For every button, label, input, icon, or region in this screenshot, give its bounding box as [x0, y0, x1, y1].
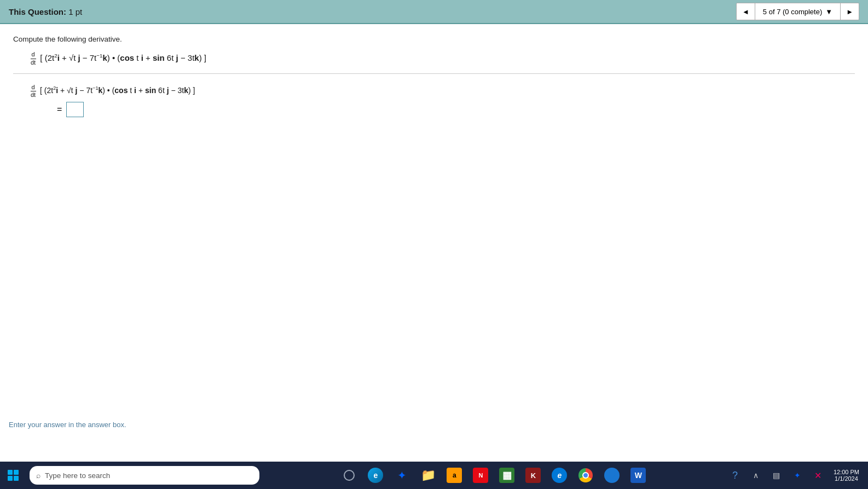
question-info: This Question: 1 pt [9, 7, 82, 16]
bottom-hint: Enter your answer in the answer box. [9, 421, 126, 429]
fraction-answer: d dt [30, 84, 37, 99]
math-display-question: d dt [ (2t2i + √t j − 7t−1k) • (cos t i … [30, 49, 855, 67]
header-bar: This Question: 1 pt ◄ 5 of 7 (0 complete… [0, 0, 868, 24]
question-points: 1 pt [68, 7, 82, 16]
answer-input[interactable] [66, 102, 84, 117]
prev-button[interactable]: ◄ [737, 3, 755, 20]
math-expr-answer: d dt [ (2t2i + √t j − 7t−1k) • (cos t i … [30, 83, 855, 99]
nav-controls: ◄ 5 of 7 (0 complete) ▼ ► [736, 3, 859, 20]
main-content: Compute the following derivative. d dt [… [0, 24, 868, 424]
fraction-display: d dt [30, 51, 37, 66]
equals-sign: = [57, 105, 62, 114]
next-button[interactable]: ► [841, 3, 859, 20]
question-prompt: Compute the following derivative. [13, 35, 855, 43]
question-label: This Question: [9, 7, 66, 16]
nav-label[interactable]: 5 of 7 (0 complete) ▼ [755, 3, 841, 20]
answer-row: = [57, 102, 855, 117]
dropdown-chevron-icon: ▼ [825, 8, 832, 16]
section-divider [13, 73, 855, 74]
